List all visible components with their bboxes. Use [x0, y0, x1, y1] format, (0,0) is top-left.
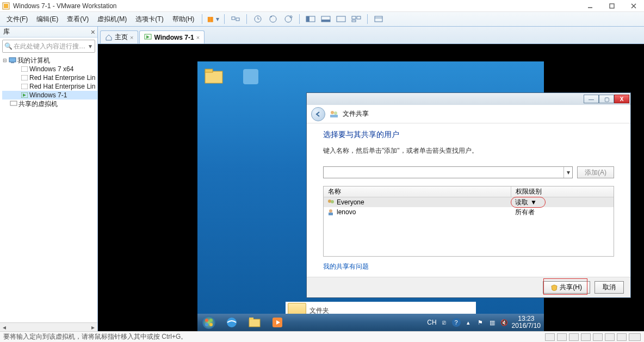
menu-edit[interactable]: 编辑(E): [33, 14, 61, 25]
share-list-row[interactable]: Everyone 读取 ▼: [324, 197, 614, 207]
tree-vm-item[interactable]: Red Hat Enterprise Lin: [2, 73, 97, 82]
device-hdd-icon[interactable]: [545, 333, 555, 341]
share-list-row[interactable]: lenovo 所有者: [324, 207, 614, 217]
tree-vm-item[interactable]: Windows 7 x64: [2, 65, 97, 73]
device-printer-icon[interactable]: [617, 333, 627, 341]
scroll-right-icon[interactable]: ▸: [89, 324, 97, 331]
share-permission-dropdown[interactable]: 读取 ▼: [511, 198, 537, 207]
desktop-app-icon[interactable]: [240, 66, 264, 90]
toolbar-view-fullscreen-button[interactable]: [335, 13, 348, 25]
tab-home[interactable]: 主页 ×: [100, 30, 138, 43]
tree-vm-item[interactable]: Red Hat Enterprise Lin: [2, 82, 97, 91]
search-dropdown-icon[interactable]: ▾: [86, 42, 95, 50]
vmware-icon: [2, 2, 10, 10]
dialog-maximize-button[interactable]: ▢: [599, 95, 614, 103]
statusbar-device-icons: [545, 333, 641, 341]
guest-desktop[interactable]: 文件夹 — ▢ X 文件共享: [197, 61, 544, 331]
vm-viewport[interactable]: 文件夹 — ▢ X 文件共享: [98, 44, 644, 331]
device-network-icon[interactable]: [581, 333, 591, 341]
svg-rect-22: [375, 16, 382, 22]
library-horizontal-scrollbar[interactable]: ◂ ▸: [0, 322, 97, 331]
toolbar-library-button[interactable]: [372, 13, 385, 25]
menu-tabs[interactable]: 选项卡(T): [132, 14, 166, 25]
device-sound-icon[interactable]: [605, 333, 615, 341]
svg-rect-31: [10, 101, 17, 105]
svg-rect-3: [610, 4, 614, 8]
menu-vm[interactable]: 虚拟机(M): [94, 14, 130, 25]
svg-rect-19: [352, 16, 356, 19]
collapse-icon[interactable]: ⊟: [2, 58, 8, 63]
menu-view[interactable]: 查看(V): [64, 14, 92, 25]
svg-rect-34: [205, 71, 222, 83]
svg-point-48: [209, 323, 213, 326]
device-usb-icon[interactable]: [593, 333, 603, 341]
dialog-minimize-button[interactable]: —: [584, 95, 599, 103]
menu-help[interactable]: 帮助(H): [169, 14, 198, 25]
svg-rect-20: [357, 16, 361, 19]
taskbar-clock[interactable]: 13:23 2016/7/10: [512, 315, 541, 329]
sharing-help-link[interactable]: 我的共享有问题: [323, 262, 369, 271]
library-tree: ⊟ 我的计算机 Windows 7 x64 Red Hat Enterprise…: [0, 55, 97, 322]
cancel-button[interactable]: 取消: [595, 281, 624, 294]
network-icon[interactable]: ▥: [488, 318, 497, 327]
library-pane: 库 × 🔍 在此处键入内容进行搜… ▾ ⊟ 我的计算机 Windows 7 x6…: [0, 27, 98, 331]
tree-vm-item-selected[interactable]: Windows 7-1: [2, 91, 97, 100]
tray-overflow-icon[interactable]: ▴: [464, 318, 473, 327]
tab-close-icon[interactable]: ×: [196, 34, 200, 41]
toolbar-view-single-button[interactable]: [319, 13, 332, 25]
window-maximize-button[interactable]: [607, 1, 617, 11]
taskbar-ie-button[interactable]: [221, 315, 243, 330]
library-close-button[interactable]: ×: [91, 28, 95, 36]
scroll-left-icon[interactable]: ◂: [0, 324, 9, 331]
ime-options-icon[interactable]: ⎚: [440, 318, 449, 327]
guest-taskbar[interactable]: CH ⎚ ? ▴ ⚑ ▥ 🔇 13:23 2016/7/10: [197, 314, 544, 331]
library-header-label: 库: [3, 27, 10, 36]
share-user-name: lenovo: [337, 208, 511, 216]
desktop-folder-icon[interactable]: [203, 66, 227, 90]
library-search-box[interactable]: 🔍 在此处键入内容进行搜… ▾: [2, 40, 95, 53]
toolbar-view-console-button[interactable]: [304, 13, 317, 25]
tab-close-icon[interactable]: ×: [130, 34, 133, 41]
taskbar-explorer-button[interactable]: [244, 315, 265, 330]
user-combo-input[interactable]: ▾: [323, 166, 573, 178]
user-icon: [327, 208, 335, 216]
toolbar-revert-button[interactable]: [267, 13, 280, 25]
dialog-back-button[interactable]: [311, 107, 325, 121]
tree-my-computer[interactable]: ⊟ 我的计算机: [2, 56, 97, 65]
start-button[interactable]: [198, 315, 220, 330]
device-floppy-icon[interactable]: [569, 333, 579, 341]
help-icon[interactable]: ?: [452, 318, 461, 327]
toolbar-view-unity-button[interactable]: [350, 13, 363, 25]
window-minimize-button[interactable]: [585, 1, 595, 11]
toolbar-send-keys-button[interactable]: [229, 13, 242, 25]
combo-dropdown-icon[interactable]: ▾: [564, 167, 572, 178]
toolbar-snapshot-button[interactable]: [251, 13, 264, 25]
svg-rect-6: [232, 17, 235, 20]
dialog-title: 文件共享: [343, 109, 369, 119]
dialog-titlebar[interactable]: — ▢ X: [307, 93, 630, 105]
toolbar-suspend-button[interactable]: ▮▮ ▾: [207, 13, 220, 25]
action-center-icon[interactable]: ⚑: [476, 318, 485, 327]
ime-indicator[interactable]: CH: [427, 319, 436, 326]
svg-rect-1: [4, 4, 8, 8]
column-permission-header[interactable]: 权限级别: [511, 186, 614, 197]
device-cd-icon[interactable]: [557, 333, 567, 341]
add-button[interactable]: 添加(A): [577, 166, 614, 178]
taskbar-media-player-button[interactable]: [267, 315, 288, 330]
column-name-header[interactable]: 名称: [324, 186, 511, 197]
svg-rect-17: [321, 20, 330, 22]
share-button[interactable]: 共享(H): [543, 281, 590, 294]
toolbar-snapshot-manager-button[interactable]: [282, 13, 295, 25]
dialog-close-button[interactable]: X: [614, 95, 629, 103]
device-display-icon[interactable]: [629, 333, 641, 341]
tab-vm[interactable]: Windows 7-1 ×: [139, 30, 205, 43]
menubar: 文件(F) 编辑(E) 查看(V) 虚拟机(M) 选项卡(T) 帮助(H) ▮▮…: [0, 12, 644, 27]
svg-point-38: [334, 111, 337, 115]
volume-icon[interactable]: 🔇: [500, 318, 509, 327]
file-sharing-dialog: — ▢ X 文件共享 选择要与其共享的用户 键入名称，然后单击"添加"，或者单击…: [306, 92, 631, 298]
tree-shared-vms[interactable]: 共享的虚拟机: [2, 100, 97, 108]
svg-rect-25: [11, 63, 14, 63]
shield-icon: [551, 284, 558, 291]
menu-file[interactable]: 文件(F): [3, 14, 31, 25]
window-close-button[interactable]: [629, 1, 639, 11]
